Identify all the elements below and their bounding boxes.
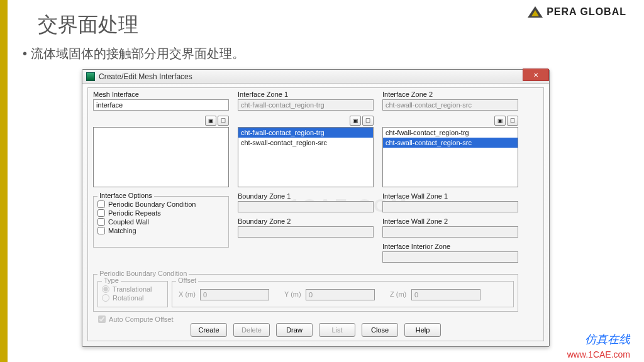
- footer-cn: 仿真在线: [585, 332, 630, 347]
- offset-z-input: [411, 289, 480, 300]
- offset-group: Offset X (m) Y (m) Z (m): [172, 281, 514, 307]
- chk-periodic-boundary[interactable]: Periodic Boundary Condition: [97, 200, 228, 208]
- close-window-button[interactable]: [523, 69, 549, 81]
- label-iiz: Interface Interior Zone: [382, 243, 450, 250]
- chk-label: Auto Compute Offset: [109, 315, 174, 323]
- slide-title: 交界面处理: [38, 11, 138, 39]
- label-x: X (m): [179, 290, 196, 298]
- label-bz1: Boundary Zone 1: [238, 192, 291, 200]
- chk-label: Periodic Boundary Condition: [108, 200, 196, 208]
- dialog-window: Create/Edit Mesh Interfaces 1CAE.COM Mes…: [82, 69, 550, 347]
- app-icon: [86, 72, 95, 81]
- label-offset: Offset: [176, 277, 198, 284]
- label-y: Y (m): [284, 290, 301, 298]
- bz1-input: [238, 201, 374, 212]
- mi-deselect-icon[interactable]: ☐: [218, 116, 229, 126]
- iiz-input: [382, 251, 518, 263]
- zone2-list-item[interactable]: cht-fwall-contact_region-trg: [383, 128, 518, 138]
- label-iwz2: Interface Wall Zone 2: [382, 217, 448, 225]
- chk-auto-compute-offset: Auto Compute Offset: [98, 315, 174, 323]
- logo: PERA GLOBAL: [528, 6, 626, 18]
- zone2-list[interactable]: cht-fwall-contact_region-trg cht-swall-c…: [382, 127, 518, 187]
- footer-url: www.1CAE.com: [567, 349, 630, 359]
- z2-select-all-icon[interactable]: ▣: [494, 116, 506, 126]
- label-zone1: Interface Zone 1: [238, 90, 288, 98]
- label-bz2: Boundary Zone 2: [238, 217, 291, 225]
- label-zone2: Interface Zone 2: [382, 90, 433, 98]
- draw-button[interactable]: Draw: [276, 323, 313, 337]
- iwz1-input: [382, 201, 518, 212]
- z1-deselect-icon[interactable]: ☐: [362, 116, 374, 126]
- radio-label: Rotational: [113, 294, 144, 302]
- offset-x-input: [200, 289, 269, 300]
- offset-y-input: [306, 289, 375, 300]
- mi-select-all-icon[interactable]: ▣: [205, 116, 216, 126]
- bz2-input: [238, 226, 374, 238]
- iwz2-input: [382, 226, 518, 238]
- chk-label: Matching: [108, 227, 136, 234]
- chk-matching[interactable]: Matching: [97, 227, 228, 234]
- zone2-list-item[interactable]: cht-swall-contact_region-src: [383, 138, 518, 148]
- zone1-list-item[interactable]: cht-fwall-contact_region-trg: [238, 128, 373, 138]
- mesh-interface-list[interactable]: [93, 127, 229, 187]
- chk-label: Periodic Repeats: [108, 209, 161, 217]
- list-button: List: [319, 323, 355, 337]
- logo-text: PERA GLOBAL: [547, 6, 626, 18]
- delete-button: Delete: [233, 323, 270, 337]
- radio-rotational: Rotational: [102, 294, 165, 302]
- button-row: Create Delete Draw List Close Help: [88, 323, 543, 337]
- chk-label: Coupled Wall: [108, 218, 149, 226]
- slide-bullet: • 流体域固体的接触部分用交界面处理。: [23, 45, 245, 62]
- create-button[interactable]: Create: [191, 323, 227, 337]
- z2-deselect-icon[interactable]: ☐: [507, 116, 518, 126]
- dialog-body: 1CAE.COM Mesh Interface Interface Zone 1…: [87, 87, 544, 341]
- chk-periodic-repeats[interactable]: Periodic Repeats: [97, 209, 228, 217]
- zone2-input: [382, 99, 518, 111]
- dialog-titlebar[interactable]: Create/Edit Mesh Interfaces: [82, 70, 549, 84]
- label-interface-options: Interface Options: [97, 192, 154, 199]
- close-button[interactable]: Close: [362, 323, 398, 337]
- help-button[interactable]: Help: [404, 323, 441, 337]
- radio-label: Translational: [113, 285, 152, 293]
- interface-options-group: Interface Options Periodic Boundary Cond…: [93, 196, 229, 248]
- label-type: Type: [102, 277, 121, 284]
- radio-translational: Translational: [102, 285, 165, 293]
- zone1-input: [238, 99, 374, 111]
- label-iwz1: Interface Wall Zone 1: [382, 192, 448, 200]
- zone1-list[interactable]: cht-fwall-contact_region-trg cht-swall-c…: [238, 127, 374, 187]
- pbc-group: Periodic Boundary Condition Type Transla…: [93, 274, 518, 312]
- chk-coupled-wall[interactable]: Coupled Wall: [97, 218, 228, 226]
- mesh-interface-input[interactable]: [93, 99, 229, 111]
- zone1-list-item[interactable]: cht-swall-contact_region-src: [238, 138, 373, 148]
- slide-accent-bar: [0, 0, 8, 362]
- z1-select-all-icon[interactable]: ▣: [350, 116, 361, 126]
- type-group: Type Translational Rotational: [97, 281, 168, 307]
- logo-icon: [528, 6, 543, 18]
- dialog-title: Create/Edit Mesh Interfaces: [99, 72, 192, 81]
- label-mesh-interface: Mesh Interface: [93, 90, 139, 98]
- label-z: Z (m): [390, 290, 406, 298]
